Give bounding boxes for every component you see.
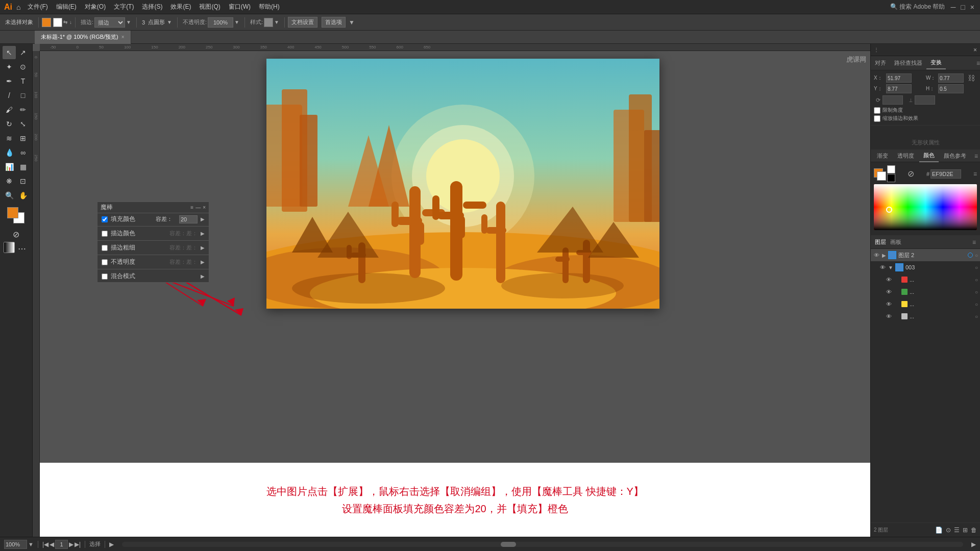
foreground-color-swatch[interactable] [7, 207, 18, 218]
red-layer-eye[interactable]: 👁 [885, 277, 892, 283]
page-input[interactable] [55, 540, 68, 549]
color-panel-menu2[interactable]: ≡ [973, 170, 977, 178]
wand-blend-checkbox[interactable] [102, 273, 108, 280]
menu-edit[interactable]: 编辑(E) [53, 2, 80, 12]
window-close-icon[interactable]: × [970, 3, 974, 11]
tab-color[interactable]: 颜色 [919, 149, 939, 162]
page-last-btn[interactable]: ▶| [75, 541, 81, 548]
wand-stroke-color-checkbox[interactable] [102, 231, 108, 237]
shear-input[interactable] [915, 95, 935, 105]
constrain-angle-check[interactable] [874, 107, 880, 114]
menu-help[interactable]: 帮助(H) [256, 2, 283, 12]
gray-layer-eye[interactable]: 👁 [885, 313, 892, 319]
gradient-fill-icon[interactable] [4, 242, 15, 253]
yellow-layer-eye[interactable]: 👁 [885, 301, 892, 307]
scale-tool[interactable]: ⤡ [16, 117, 30, 131]
delete-layer-btn[interactable]: 🗑 [971, 527, 977, 534]
panel-close-icon[interactable]: × [973, 46, 977, 54]
layer-item-red[interactable]: 👁 ... ○ [871, 273, 980, 286]
prefs-arrow-icon[interactable]: ▼ [349, 19, 355, 26]
locate-layer-btn[interactable]: ⊙ [946, 527, 951, 534]
tab-layers[interactable]: 图层 [875, 238, 886, 246]
direct-selection-tool[interactable]: ↗ [16, 46, 30, 59]
window-maximize-icon[interactable]: □ [961, 3, 965, 11]
hand-tool[interactable]: ✋ [16, 189, 30, 202]
symbol-tool[interactable]: ❋ [3, 174, 16, 188]
eyedropper-tool[interactable]: 💧 [3, 146, 16, 159]
tab-color-guide[interactable]: 颜色参考 [940, 150, 970, 162]
panel-menu-icon[interactable]: ≡ [976, 60, 980, 67]
blend-tool[interactable]: ∞ [16, 146, 30, 159]
rotate-tool[interactable]: ↻ [3, 117, 16, 131]
free-transform-tool[interactable]: ⊞ [16, 132, 30, 145]
stroke-color-swatch[interactable] [53, 18, 62, 27]
menu-effect[interactable]: 效果(E) [167, 2, 194, 12]
green-layer-eye[interactable]: 👁 [885, 289, 892, 295]
tab-transparency[interactable]: 透明度 [893, 150, 918, 162]
x-input[interactable] [886, 73, 912, 83]
tab-gradient[interactable]: 渐变 [873, 150, 892, 162]
zoom-control[interactable]: ▼ [4, 540, 34, 549]
scroll-right-btn[interactable]: ▶ [971, 541, 976, 548]
layer-item-green[interactable]: 👁 ... ○ [871, 286, 980, 298]
wand-panel-close[interactable]: × [203, 205, 206, 210]
fill-color-area[interactable]: ⇆ ↓ [42, 18, 72, 27]
collect-layer-btn[interactable]: ☰ [954, 527, 960, 534]
y-input[interactable] [886, 84, 912, 93]
home-icon[interactable]: ⌂ [16, 3, 20, 11]
layer003-visibility-icon[interactable]: 👁 [879, 264, 886, 270]
zoom-input[interactable] [4, 540, 27, 549]
opacity-input[interactable] [208, 17, 233, 28]
color-spectrum[interactable] [874, 184, 977, 230]
layer-item-003[interactable]: 👁 ▼ 003 ○ [871, 261, 980, 273]
menu-text[interactable]: 文字(T) [111, 2, 137, 12]
stroke-type-icon[interactable]: ↓ [69, 19, 72, 25]
tab-transform[interactable]: 变换 [926, 57, 946, 69]
line-tool[interactable]: / [3, 89, 16, 102]
paintbrush-tool[interactable]: 🖌 [3, 103, 16, 116]
new-layer-btn[interactable]: 📄 [935, 527, 943, 534]
type-tool[interactable]: T [16, 74, 30, 88]
menu-select[interactable]: 选择(S) [139, 2, 165, 12]
none-fill-icon[interactable]: ⊘ [908, 169, 914, 179]
doc-settings-button[interactable]: 文档设置 [288, 17, 317, 28]
layer-item-yellow[interactable]: 👁 ... ○ [871, 298, 980, 310]
w-input[interactable] [938, 73, 964, 83]
stroke-chevron[interactable]: ▼ [126, 19, 131, 25]
magic-wand-tool[interactable]: ✦ [3, 60, 16, 73]
tab-pathfinder[interactable]: 路径查找器 [890, 57, 926, 69]
wand-opacity-checkbox[interactable] [102, 259, 108, 265]
opacity-chevron[interactable]: ▼ [234, 19, 239, 25]
more-tools-icon[interactable]: ⋯ [15, 242, 29, 255]
wand-stroke-width-checkbox[interactable] [102, 245, 108, 251]
tab-artboards[interactable]: 画板 [890, 238, 901, 246]
angle-input[interactable] [883, 95, 903, 105]
horizontal-scrollbar[interactable] [122, 542, 963, 547]
green-layer-circle[interactable]: ○ [975, 289, 978, 295]
scale-strokes-check[interactable] [874, 115, 880, 122]
zoom-chevron-down[interactable]: ▼ [28, 541, 34, 547]
warp-tool[interactable]: ≋ [3, 132, 16, 145]
page-prev-btn[interactable]: ◀ [50, 541, 54, 548]
preferences-button[interactable]: 首选项 [322, 17, 346, 28]
pencil-tool[interactable]: ✏ [16, 103, 30, 116]
chain-icon[interactable]: ⛓ [968, 74, 975, 82]
artboard-tool[interactable]: ⊡ [16, 174, 30, 188]
wand-strokewidth-arrow[interactable]: ▶ [201, 245, 205, 251]
zoom-tool[interactable]: 🔍 [3, 189, 16, 202]
lasso-tool[interactable]: ⊙ [16, 60, 30, 73]
rectangle-tool[interactable]: □ [16, 89, 30, 102]
layer003-expand-icon[interactable]: ▼ [888, 265, 893, 270]
tab-close-icon[interactable]: × [121, 34, 125, 40]
scrollbar-thumb[interactable] [501, 542, 516, 547]
yellow-layer-circle[interactable]: ○ [975, 302, 978, 307]
wand-panel-menu[interactable]: ≡ [190, 205, 193, 210]
wand-panel-minimize[interactable]: — [195, 205, 201, 210]
red-layer-circle[interactable]: ○ [975, 277, 978, 283]
wand-stroke-arrow[interactable]: ▶ [201, 231, 205, 236]
document-tab[interactable]: 未标题-1* @ 100% (RGB/预览) × [35, 31, 131, 44]
h-input[interactable] [938, 84, 964, 93]
layer2-circle[interactable]: ○ [975, 253, 978, 258]
style-chevron[interactable]: ▼ [274, 19, 279, 25]
wand-fill-color-checkbox[interactable] [102, 216, 108, 222]
